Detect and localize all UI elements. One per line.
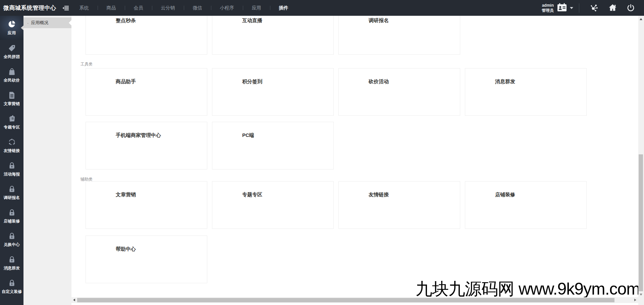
menu-item-0[interactable]: 系统 xyxy=(71,5,98,11)
app-card-title: 专题专区 xyxy=(242,192,333,198)
sidebar-item-全民拼团[interactable]: 全民拼团 xyxy=(0,40,23,63)
app-card-title: 商品助手 xyxy=(116,79,207,85)
sidebar-item-label: 友情链接 xyxy=(4,148,20,154)
clipboard-icon xyxy=(8,114,16,123)
sidebar-item-友情链接[interactable]: 友情链接 xyxy=(0,134,23,157)
network-icon[interactable] xyxy=(590,3,599,12)
card-row: 手机端商家管理中心PC端 xyxy=(86,122,334,169)
menu-item-5[interactable]: 小程序 xyxy=(211,5,243,11)
profile-badge-icon xyxy=(557,3,567,13)
caret-down-icon xyxy=(570,7,573,9)
menu-item-2[interactable]: 会员 xyxy=(125,5,152,11)
user-info: admin 管理员 xyxy=(542,3,554,13)
app-card-title: 砍价活动 xyxy=(369,79,460,85)
submenu-bullet: · xyxy=(27,20,29,26)
scroll-left-arrow-icon[interactable] xyxy=(73,299,75,301)
lock-icon xyxy=(8,185,16,193)
sidebar-item-调研报名[interactable]: 调研报名 xyxy=(0,181,23,204)
app-card-互动直播[interactable]: 互动直播 xyxy=(212,16,334,55)
menu-item-6[interactable]: 应用 xyxy=(243,5,270,11)
sidebar-item-label: 调研报名 xyxy=(4,195,20,201)
power-icon[interactable] xyxy=(627,4,635,12)
menu-item-7[interactable]: 插件 xyxy=(270,5,297,11)
sidebar-item-label: 消息群发 xyxy=(4,265,20,271)
sidebar-item-文章营销[interactable]: 文章营销 xyxy=(0,87,23,110)
lock-icon xyxy=(8,208,16,217)
card-row: 商品助手积分签到砍价活动消息群发 xyxy=(86,68,587,116)
menu-item-4[interactable]: 微信 xyxy=(184,5,211,11)
app-card-title: 店铺装修 xyxy=(495,192,586,198)
shopping-bag-icon xyxy=(8,67,16,76)
vertical-scrollbar[interactable] xyxy=(638,16,644,305)
sidebar-item-label: 兑换中心 xyxy=(4,242,20,248)
submenu-item-label: 应用概况 xyxy=(31,20,48,26)
profile-dropdown[interactable] xyxy=(557,3,573,13)
submenu-selected-notch xyxy=(69,20,71,26)
sidebar-active-notch xyxy=(21,26,23,30)
user-role: 管理员 xyxy=(542,8,554,13)
menu-item-3[interactable]: 云分销 xyxy=(152,5,184,11)
sidebar-item-label: 专题专区 xyxy=(4,124,20,130)
app-card-title: 调研报名 xyxy=(369,17,460,24)
app-card-PC端[interactable]: PC端 xyxy=(212,122,334,169)
main-content: 整点秒杀互动直播调研报名工具类商品助手积分签到砍价活动消息群发手机端商家管理中心… xyxy=(71,16,638,305)
sidebar-item-自定义装修[interactable]: 自定义装修 xyxy=(0,275,23,298)
app-logo: 微商城系统管理中心 xyxy=(0,4,56,12)
sidebar-item-label: 活动海报 xyxy=(4,171,20,177)
app-card-消息群发[interactable]: 消息群发 xyxy=(465,68,587,116)
app-card-帮助中心[interactable]: 帮助中心 xyxy=(86,236,207,283)
sidebar-item-应用[interactable]: 应用 xyxy=(0,16,23,40)
watermark-text: 九块九源码网 www.9k9ym.com xyxy=(416,278,640,300)
sidebar-item-label: 店铺装修 xyxy=(4,218,20,224)
app-card-title: 友情链接 xyxy=(369,192,460,198)
main-menu: 系统商品会员云分销微信小程序应用插件 xyxy=(71,0,297,16)
share-icon xyxy=(8,138,16,146)
secondary-sidebar: ·应用概况 xyxy=(23,16,71,305)
app-card-调研报名[interactable]: 调研报名 xyxy=(338,16,460,55)
scroll-right-arrow-icon[interactable] xyxy=(634,299,636,301)
app-card-手机端商家管理中心[interactable]: 手机端商家管理中心 xyxy=(86,122,207,169)
app-card-店铺装修[interactable]: 店铺装修 xyxy=(465,181,587,229)
app-card-专题专区[interactable]: 专题专区 xyxy=(212,181,334,229)
collapse-menu-icon[interactable] xyxy=(62,6,69,10)
sidebar-item-label: 自定义装修 xyxy=(2,289,22,295)
sidebar-item-店铺装修[interactable]: 店铺装修 xyxy=(0,204,23,228)
app-card-title: 消息群发 xyxy=(495,79,586,85)
sidebar-item-兑换中心[interactable]: 兑换中心 xyxy=(0,228,23,251)
app-card-title: 文章营销 xyxy=(116,192,207,198)
navbar-divider xyxy=(579,3,579,13)
top-navbar: 微商城系统管理中心 系统商品会员云分销微信小程序应用插件 admin 管理员 xyxy=(0,0,644,16)
app-card-积分签到[interactable]: 积分签到 xyxy=(212,68,334,116)
app-card-title: 积分签到 xyxy=(242,79,333,85)
admin-app-page: 微商城系统管理中心 系统商品会员云分销微信小程序应用插件 admin 管理员 xyxy=(0,0,644,305)
sidebar-item-消息群发[interactable]: 消息群发 xyxy=(0,251,23,275)
section-label: 工具类 xyxy=(80,61,93,67)
sidebar-item-全民砍价[interactable]: 全民砍价 xyxy=(0,63,23,87)
lock-icon xyxy=(8,161,16,170)
sidebar-item-活动海报[interactable]: 活动海报 xyxy=(0,157,23,181)
sidebar-item-label: 全民拼团 xyxy=(4,54,20,60)
menu-item-1[interactable]: 商品 xyxy=(98,5,125,11)
submenu-item-应用概况[interactable]: ·应用概况 xyxy=(23,17,71,28)
sidebar-item-专题专区[interactable]: 专题专区 xyxy=(0,110,23,134)
horizontal-scrollbar[interactable] xyxy=(71,297,638,303)
document-icon xyxy=(8,91,16,99)
sidebar-item-label: 全民砍价 xyxy=(4,78,20,83)
card-row: 文章营销专题专区友情链接店铺装修 xyxy=(86,181,587,229)
scroll-down-arrow-icon[interactable] xyxy=(640,294,642,296)
app-card-商品助手[interactable]: 商品助手 xyxy=(86,68,207,116)
vertical-scroll-thumb[interactable] xyxy=(639,154,643,291)
tag-icon xyxy=(8,44,16,52)
lock-icon xyxy=(8,255,16,264)
home-icon[interactable] xyxy=(608,3,617,12)
horizontal-scroll-thumb[interactable] xyxy=(77,298,614,302)
app-card-友情链接[interactable]: 友情链接 xyxy=(338,181,460,229)
sidebar-item-partial[interactable] xyxy=(0,298,23,305)
scroll-up-arrow-icon[interactable] xyxy=(640,18,642,20)
app-card-文章营销[interactable]: 文章营销 xyxy=(86,181,207,229)
user-name: admin xyxy=(542,3,554,8)
app-card-整点秒杀[interactable]: 整点秒杀 xyxy=(86,16,207,55)
app-card-砍价活动[interactable]: 砍价活动 xyxy=(338,68,460,116)
app-card-title: 帮助中心 xyxy=(116,246,207,252)
lock-icon xyxy=(8,232,16,240)
